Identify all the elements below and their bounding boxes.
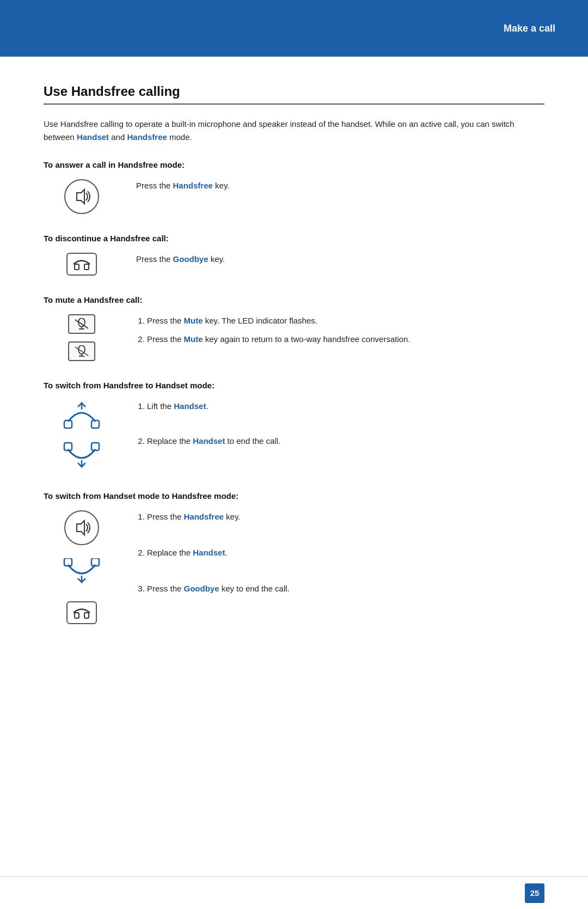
svg-rect-13 bbox=[64, 443, 72, 450]
s3-key-2: Mute bbox=[184, 334, 203, 344]
svg-rect-11 bbox=[64, 420, 72, 428]
svg-rect-17 bbox=[91, 558, 99, 566]
subsection-switch-handset: To switch from Handsfree to Handset mode… bbox=[44, 381, 544, 472]
svg-rect-12 bbox=[91, 420, 99, 428]
svg-rect-14 bbox=[91, 443, 99, 450]
header: Make a call bbox=[0, 0, 588, 57]
handsfree-icon bbox=[64, 179, 99, 214]
svg-rect-16 bbox=[64, 558, 72, 566]
s4-key-1: Handset bbox=[174, 401, 206, 411]
handset-up-svg bbox=[60, 400, 103, 430]
intro-handsfree-highlight: Handsfree bbox=[127, 132, 167, 142]
s2-text-post: key. bbox=[209, 254, 225, 264]
section-title: Use Handsfree calling bbox=[44, 84, 544, 105]
subsection-2-label: To discontinue a Handsfree call: bbox=[44, 234, 544, 243]
s3-key-1: Mute bbox=[184, 316, 203, 325]
mute-icon bbox=[68, 341, 95, 361]
svg-rect-1 bbox=[75, 264, 79, 270]
subsection-5-icons bbox=[44, 510, 120, 624]
subsection-4-step-1: Lift the Handset. bbox=[147, 400, 544, 413]
main-content: Use Handsfree calling Use Handsfree call… bbox=[0, 57, 588, 687]
subsection-discontinue: To discontinue a Handsfree call: Press t… bbox=[44, 234, 544, 276]
s4-key-2: Handset bbox=[193, 436, 225, 446]
subsection-4-list: Lift the Handset. Replace the Handset to… bbox=[136, 400, 544, 448]
goodbye-svg bbox=[71, 257, 92, 271]
intro-paragraph: Use Handsfree calling to operate a built… bbox=[44, 118, 544, 144]
subsection-5-step-1: Press the Handsfree key. bbox=[147, 510, 544, 523]
footer: 25 bbox=[0, 876, 588, 909]
subsection-5-step-3: Press the Goodbye key to end the call. bbox=[147, 582, 544, 595]
subsection-5-label: To switch from Handset mode to Handsfree… bbox=[44, 491, 544, 501]
s1-text-post: key. bbox=[213, 181, 230, 190]
subsection-3-body: Press the Mute key. The LED indicator fl… bbox=[44, 314, 544, 361]
handset-down-group bbox=[60, 442, 103, 472]
subsection-4-body: Lift the Handset. Replace the Handset to… bbox=[44, 400, 544, 472]
subsection-3-text: Press the Mute key. The LED indicator fl… bbox=[136, 314, 544, 351]
svg-rect-18 bbox=[75, 613, 79, 618]
handset-up-group bbox=[60, 400, 103, 430]
s1-key: Handsfree bbox=[173, 181, 213, 190]
subsection-1-icons bbox=[44, 179, 120, 214]
subsection-5-body: Press the Handsfree key. Replace the Han… bbox=[44, 510, 544, 624]
s2-text-pre: Press the bbox=[136, 254, 173, 264]
handset-down-icon-2 bbox=[60, 558, 103, 588]
s5-key-1: Handsfree bbox=[184, 512, 224, 521]
subsection-3-step-1: Press the Mute key. The LED indicator fl… bbox=[147, 314, 544, 327]
subsection-2-icons bbox=[44, 253, 120, 276]
subsection-3-label: To mute a Handsfree call: bbox=[44, 295, 544, 304]
s5-key-2: Handset bbox=[193, 548, 225, 557]
mute-flash-svg bbox=[74, 318, 90, 330]
subsection-1-body: Press the Handsfree key. bbox=[44, 179, 544, 214]
subsection-2-body: Press the Goodbye key. bbox=[44, 253, 544, 276]
speaker-svg-2 bbox=[71, 518, 92, 537]
svg-rect-19 bbox=[84, 613, 89, 618]
svg-marker-0 bbox=[77, 190, 84, 204]
goodbye-icon-2 bbox=[66, 601, 97, 624]
speaker-svg bbox=[71, 187, 92, 206]
mute-svg bbox=[74, 345, 90, 357]
handset-down-2-svg bbox=[60, 558, 103, 587]
subsection-2-text: Press the Goodbye key. bbox=[136, 253, 544, 266]
subsection-1-label: To answer a call in Handsfree mode: bbox=[44, 160, 544, 169]
handset-down-svg bbox=[60, 442, 103, 472]
subsection-4-label: To switch from Handsfree to Handset mode… bbox=[44, 381, 544, 390]
subsection-mute: To mute a Handsfree call: bbox=[44, 295, 544, 361]
subsection-3-icons bbox=[44, 314, 120, 361]
subsection-5-text: Press the Handsfree key. Replace the Han… bbox=[136, 510, 544, 601]
subsection-1-text: Press the Handsfree key. bbox=[136, 179, 544, 192]
goodbye-svg-2 bbox=[71, 606, 92, 620]
intro-text-end: mode. bbox=[169, 132, 192, 142]
s2-key: Goodbye bbox=[173, 254, 209, 264]
goodbye-icon bbox=[66, 253, 97, 276]
svg-rect-2 bbox=[84, 264, 89, 270]
intro-handset-highlight: Handset bbox=[77, 132, 109, 142]
mute-flash-icon bbox=[68, 314, 95, 334]
s1-text-pre: Press the bbox=[136, 181, 173, 190]
subsection-answer-handsfree: To answer a call in Handsfree mode: Pres… bbox=[44, 160, 544, 214]
subsection-5-list: Press the Handsfree key. Replace the Han… bbox=[136, 510, 544, 595]
subsection-4-step-2: Replace the Handset to end the call. bbox=[147, 435, 544, 448]
intro-and: and bbox=[111, 132, 127, 142]
subsection-5-step-2: Replace the Handset. bbox=[147, 546, 544, 559]
s5-key-3: Goodbye bbox=[184, 584, 219, 593]
subsection-switch-handsfree: To switch from Handset mode to Handsfree… bbox=[44, 491, 544, 624]
subsection-3-step-2: Press the Mute key again to return to a … bbox=[147, 333, 544, 346]
subsection-4-icons bbox=[44, 400, 120, 472]
subsection-4-text: Lift the Handset. Replace the Handset to… bbox=[136, 400, 544, 453]
handsfree-icon-2 bbox=[64, 510, 99, 545]
header-title: Make a call bbox=[504, 23, 555, 34]
svg-marker-15 bbox=[77, 521, 84, 535]
subsection-3-list: Press the Mute key. The LED indicator fl… bbox=[136, 314, 544, 346]
page-number: 25 bbox=[525, 883, 544, 903]
